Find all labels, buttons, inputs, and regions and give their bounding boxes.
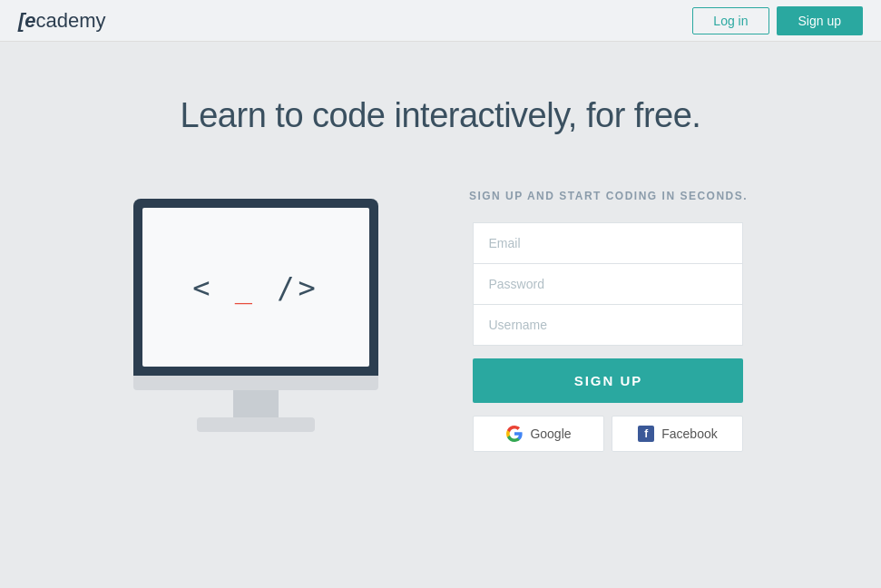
logo-e: e <box>24 9 35 33</box>
monitor-base <box>133 376 378 390</box>
password-field[interactable] <box>474 264 742 305</box>
facebook-icon: f <box>638 426 654 442</box>
facebook-label: Facebook <box>661 426 717 441</box>
logo-cademy: cademy <box>36 9 106 33</box>
header: [ecademy Log in Sign up <box>0 0 881 42</box>
username-field[interactable] <box>474 305 742 345</box>
email-field[interactable] <box>474 223 742 264</box>
facebook-button[interactable]: f Facebook <box>612 416 743 452</box>
signup-main-button[interactable]: SIGN UP <box>473 358 743 403</box>
monitor-illustration: < _ /> <box>133 199 378 432</box>
google-icon <box>506 426 523 442</box>
logo: [ecademy <box>18 9 106 33</box>
signup-section: SIGN UP AND START CODING IN SECONDS. SIG… <box>469 190 748 452</box>
monitor-screen: < _ /> <box>142 208 369 367</box>
header-nav: Log in Sign up <box>692 6 863 35</box>
login-button[interactable]: Log in <box>692 7 768 34</box>
logo-bracket: [ <box>18 9 24 33</box>
code-display: < _ /> <box>192 270 319 305</box>
tagline: Learn to code interactively, for free. <box>181 96 701 135</box>
content-row: < _ /> SIGN UP AND START CODING IN SECON… <box>0 190 881 452</box>
signup-header-button[interactable]: Sign up <box>777 6 863 35</box>
monitor-outer: < _ /> <box>133 199 378 376</box>
google-button[interactable]: Google <box>473 416 604 452</box>
signup-form <box>473 222 743 346</box>
monitor-neck <box>233 390 279 417</box>
social-buttons: Google f Facebook <box>473 416 743 452</box>
main-content: Learn to code interactively, for free. <… <box>0 42 881 452</box>
monitor-stand <box>197 417 315 432</box>
google-label: Google <box>530 426 571 441</box>
signup-subtitle: SIGN UP AND START CODING IN SECONDS. <box>469 190 748 202</box>
underscore: _ <box>235 270 256 305</box>
